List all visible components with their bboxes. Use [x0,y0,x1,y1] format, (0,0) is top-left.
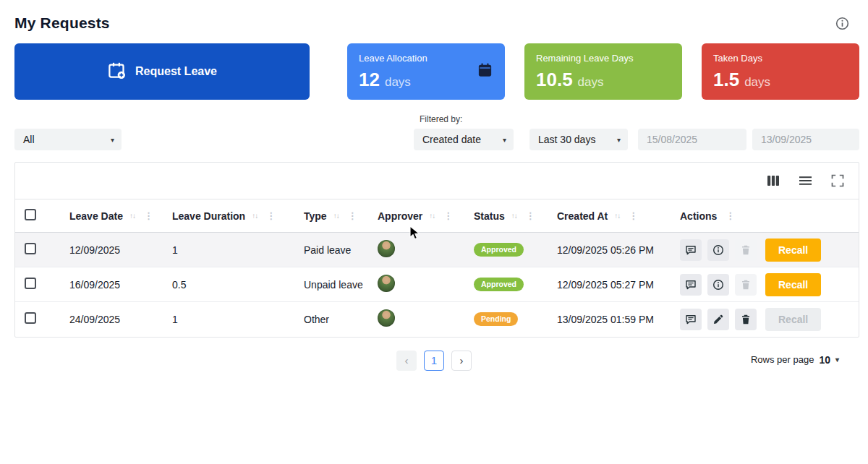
column-menu-icon[interactable]: ⋮ [629,210,638,221]
card-value: 10.5 [536,69,573,91]
calendar-icon [477,62,493,82]
column-menu-icon[interactable]: ⋮ [266,210,276,221]
leave-duration-cell: 0.5 [163,267,294,302]
rows-per-page-select[interactable]: 10 ▾ [819,354,839,366]
comment-icon-button[interactable] [680,274,702,296]
column-menu-icon[interactable]: ⋮ [526,210,535,221]
status-filter-value: All [23,134,35,145]
row-checkbox[interactable] [25,243,36,254]
request-leave-label: Request Leave [135,65,217,78]
rows-per-page-label: Rows per page [751,354,814,365]
column-header-actions: Actions [680,210,717,222]
info-icon[interactable] [835,17,849,30]
date-range-select[interactable]: Last 30 days ▾ [529,129,628,150]
column-header-status: Status [474,210,505,222]
date-range-value: Last 30 days [538,134,595,145]
page-title: My Requests [14,14,110,32]
select-all-checkbox[interactable] [25,209,36,220]
chevron-down-icon: ▾ [105,136,114,144]
comment-icon-button[interactable] [680,309,702,330]
sort-icon[interactable]: ↑↓ [333,212,339,220]
table-row: 16/09/2025 0.5 Unpaid leave Approved 12/… [15,267,859,302]
column-menu-icon[interactable]: ⋮ [144,210,153,221]
leave-date-cell: 12/09/2025 [60,233,163,267]
card-taken-days: Taken Days 1.5 days [702,43,859,100]
page-header: My Requests [0,0,868,32]
table-row: 12/09/2025 1 Paid leave Approved 12/09/2… [15,233,859,267]
type-cell: Unpaid leave [294,267,368,302]
column-menu-icon[interactable]: ⋮ [726,210,735,221]
column-header-approver: Approver [378,210,422,222]
type-cell: Paid leave [294,233,368,267]
date-from-input[interactable]: 15/08/2025 [638,129,746,150]
leave-duration-cell: 1 [163,233,294,267]
chevron-down-icon: ▾ [611,136,621,144]
card-unit: days [744,75,770,90]
leave-date-cell: 24/09/2025 [60,302,163,337]
requests-table-container: Leave Date↑↓⋮ Leave Duration↑↓⋮ Type↑↓⋮ … [14,162,859,338]
fullscreen-icon[interactable] [831,174,844,187]
table-toolbar [15,163,859,199]
card-label: Taken Days [713,53,848,64]
card-leave-allocation: Leave Allocation 12 days [347,43,505,100]
card-value: 12 [359,69,380,91]
column-header-type: Type [304,210,327,222]
column-header-created-at: Created At [557,210,608,222]
delete-icon-button[interactable] [735,309,757,330]
created-at-cell: 12/09/2025 05:27 PM [548,267,671,302]
leave-date-cell: 16/09/2025 [60,267,163,302]
recall-button[interactable]: Recall [765,273,821,296]
card-label: Leave Allocation [359,53,493,64]
sort-icon[interactable]: ↑↓ [252,212,258,220]
sort-icon[interactable]: ↑↓ [614,212,620,220]
pagination-bar: ‹ 1 › Rows per page 10 ▾ [0,351,868,377]
date-to-input[interactable]: 13/09/2025 [752,129,859,150]
chevron-down-icon: ▾ [497,136,506,144]
delete-icon-button [735,274,757,296]
card-remaining-leave-days: Remaining Leave Days 10.5 days [524,43,682,100]
details-info-icon-button[interactable] [707,274,729,296]
recall-button[interactable]: Recall [765,239,821,262]
sort-icon[interactable]: ↑↓ [129,212,135,220]
details-info-icon-button[interactable] [707,239,729,261]
card-value: 1.5 [713,69,739,91]
page-number-button[interactable]: 1 [424,351,444,371]
edit-pencil-icon-button[interactable] [707,309,729,330]
filter-field-select[interactable]: Created date ▾ [414,129,514,150]
approver-avatar [378,309,395,327]
type-cell: Other [294,302,368,337]
sort-icon[interactable]: ↑↓ [511,212,517,220]
status-badge: Approved [474,278,524,291]
created-at-cell: 12/09/2025 05:26 PM [548,233,671,267]
approver-avatar [378,240,395,257]
date-to-value: 13/09/2025 [761,134,812,145]
card-unit: days [578,75,604,90]
row-checkbox[interactable] [25,278,36,289]
columns-icon[interactable] [767,174,780,187]
date-from-value: 15/08/2025 [647,134,697,145]
request-leave-button[interactable]: Request Leave [14,43,310,100]
filter-field-value: Created date [422,134,481,145]
recall-button: Recall [765,308,821,331]
created-at-cell: 13/09/2025 01:59 PM [548,302,671,337]
comment-icon-button[interactable] [680,239,702,261]
column-header-leave-duration: Leave Duration [172,210,245,222]
calendar-plus-icon [107,61,127,83]
status-badge: Approved [474,243,524,257]
approver-avatar [378,275,395,292]
next-page-button[interactable]: › [451,351,472,371]
row-checkbox[interactable] [25,312,36,324]
summary-cards: Request Leave Leave Allocation 12 days R… [14,43,859,100]
requests-table: Leave Date↑↓⋮ Leave Duration↑↓⋮ Type↑↓⋮ … [15,199,859,337]
row-density-icon[interactable] [799,174,812,187]
sort-icon[interactable]: ↑↓ [429,212,435,220]
rows-per-page-value: 10 [819,354,830,366]
previous-page-button[interactable]: ‹ [396,351,417,371]
status-filter-select[interactable]: All ▾ [14,129,122,150]
table-row: 24/09/2025 1 Other Pending 13/09/2025 01… [15,302,859,337]
column-menu-icon[interactable]: ⋮ [348,210,357,221]
filters-bar: All ▾ Filtered by: Created date ▾ Last 3… [14,114,859,150]
filtered-by-label: Filtered by: [420,114,514,124]
column-menu-icon[interactable]: ⋮ [443,210,453,221]
table-header-row: Leave Date↑↓⋮ Leave Duration↑↓⋮ Type↑↓⋮ … [15,199,859,233]
